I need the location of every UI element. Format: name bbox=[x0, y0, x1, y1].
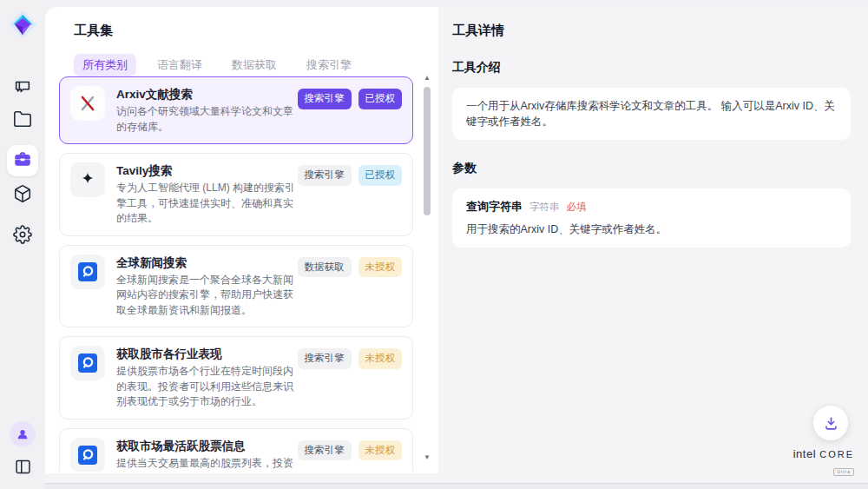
person-icon bbox=[16, 427, 30, 441]
category-badge: 搜索引擎 bbox=[298, 348, 352, 369]
tab-search-engine[interactable]: 搜索引擎 bbox=[298, 54, 360, 76]
parameter-card: 查询字符串 字符串 必填 用于搜索的Arxiv ID、关键字或作者姓名。 bbox=[452, 188, 851, 248]
juhe-data-icon bbox=[70, 438, 105, 472]
tool-card-global-news[interactable]: 全球新闻搜索 全球新闻搜索是一个聚合全球各大新闻网站内容的搜索引擎，帮助用户快速… bbox=[59, 245, 413, 328]
brand-ultra-badge: Ultra bbox=[833, 468, 854, 476]
tool-card-active-stocks[interactable]: 获取市场最活跃股票信息 提供当天交易量最高的股票列表，投资者可以利用这些信息来识… bbox=[59, 428, 413, 472]
brand-core: CORE bbox=[819, 449, 854, 459]
tool-name: 获取市场最活跃股票信息 bbox=[116, 438, 298, 454]
download-icon bbox=[823, 415, 839, 432]
download-button[interactable] bbox=[813, 406, 848, 440]
param-type: 字符串 bbox=[529, 201, 560, 214]
tool-card-tavily[interactable]: Tavily搜索 专为人工智能代理 (LLM) 构建的搜索引擎工具，可快速提供实… bbox=[59, 153, 413, 236]
category-badge: 搜索引擎 bbox=[298, 165, 352, 186]
sidebar-item-plugins[interactable] bbox=[7, 180, 38, 211]
params-heading: 参数 bbox=[452, 161, 851, 176]
panel-toggle-button[interactable] bbox=[7, 453, 38, 484]
list-scrollbar[interactable]: ▲ ▼ bbox=[422, 73, 432, 463]
page-title: 工具集 bbox=[74, 23, 113, 39]
scroll-down-arrow[interactable]: ▼ bbox=[422, 453, 432, 463]
intel-core-logo: intel CORE Ultra bbox=[793, 446, 854, 477]
cube-icon bbox=[13, 184, 32, 207]
tool-card-arxiv[interactable]: Arxiv文献搜索 访问各个研究领域大量科学论文和文章的存储库。 搜索引擎 已授… bbox=[59, 76, 413, 144]
scroll-up-arrow[interactable]: ▲ bbox=[422, 73, 432, 83]
sidebar-item-tools[interactable] bbox=[7, 145, 38, 176]
panel-toggle-icon bbox=[14, 458, 32, 479]
tool-card-stock-sectors[interactable]: 获取股市各行业表现 提供股票市场各个行业在特定时间段内的表现。投资者可以利用这些… bbox=[59, 336, 413, 420]
tool-list: Arxiv文献搜索 访问各个研究领域大量科学论文和文章的存储库。 搜索引擎 已授… bbox=[59, 76, 413, 472]
tool-description: 提供股票市场各个行业在特定时间段内的表现。投资者可以利用这些信息来识别表现优于或… bbox=[116, 364, 298, 410]
intro-text: 一个用于从Arxiv存储库搜索科学论文和文章的工具。 输入可以是Arxiv ID… bbox=[466, 98, 837, 129]
tool-description: 访问各个研究领域大量科学论文和文章的存储库。 bbox=[116, 104, 298, 135]
auth-status-badge: 已授权 bbox=[358, 165, 403, 186]
category-badge: 搜索引擎 bbox=[298, 89, 352, 109]
sparkle-star-icon bbox=[70, 162, 105, 197]
tab-all-categories[interactable]: 所有类别 bbox=[74, 54, 136, 76]
tab-data-fetch[interactable]: 数据获取 bbox=[223, 54, 286, 76]
tool-description: 全球新闻搜索是一个聚合全球各大新闻网站内容的搜索引擎，帮助用户快速获取全球最新资… bbox=[116, 273, 298, 319]
brand-diamond-logo[interactable] bbox=[8, 10, 37, 39]
tool-name: Arxiv文献搜索 bbox=[116, 86, 298, 102]
auth-status-badge: 未授权 bbox=[358, 348, 403, 369]
auth-status-badge: 未授权 bbox=[358, 257, 403, 278]
sidebar-item-files[interactable] bbox=[7, 105, 38, 136]
tool-description: 专为人工智能代理 (LLM) 构建的搜索引擎工具，可快速提供实时、准确和真实的结… bbox=[116, 181, 298, 227]
window-bottom-edge bbox=[0, 483, 868, 489]
tab-translation[interactable]: 语言翻译 bbox=[148, 54, 211, 76]
arxiv-x-icon bbox=[70, 86, 105, 121]
juhe-data-icon bbox=[70, 346, 105, 380]
user-avatar[interactable] bbox=[10, 421, 36, 447]
brand-intel: intel bbox=[793, 447, 816, 460]
tool-name: 全球新闻搜索 bbox=[116, 254, 298, 271]
intro-heading: 工具介绍 bbox=[452, 60, 851, 76]
sidebar-item-chat[interactable] bbox=[7, 73, 38, 104]
tool-name: Tavily搜索 bbox=[116, 162, 298, 179]
category-badge: 数据获取 bbox=[298, 257, 352, 278]
scrollbar-thumb[interactable] bbox=[424, 87, 431, 215]
param-name: 查询字符串 bbox=[466, 199, 523, 215]
tool-details-panel: 工具详情 工具介绍 一个用于从Arxiv存储库搜索科学论文和文章的工具。 输入可… bbox=[438, 7, 868, 483]
settings-gear-icon bbox=[13, 225, 32, 248]
left-rail bbox=[0, 0, 45, 489]
chat-icon bbox=[13, 77, 32, 100]
tool-description: 提供当天交易量最高的股票列表，投资者可以利用这些信息来识别流动性强的股票和潜在的… bbox=[116, 456, 298, 472]
tools-panel: 工具集 所有类别 语言翻译 数据获取 搜索引擎 Arxiv文献搜索 访问各个研究… bbox=[45, 7, 438, 473]
category-tabs: 所有类别 语言翻译 数据获取 搜索引擎 bbox=[74, 54, 360, 76]
param-description: 用于搜索的Arxiv ID、关键字或作者姓名。 bbox=[466, 222, 837, 237]
param-required-flag: 必填 bbox=[567, 201, 587, 214]
details-title: 工具详情 bbox=[452, 23, 851, 39]
auth-status-badge: 已授权 bbox=[358, 89, 403, 109]
toolbox-icon bbox=[13, 149, 32, 172]
sidebar-item-settings[interactable] bbox=[7, 221, 38, 252]
folder-icon bbox=[13, 109, 32, 132]
tool-name: 获取股市各行业表现 bbox=[116, 346, 298, 362]
auth-status-badge: 未授权 bbox=[358, 440, 403, 461]
juhe-data-icon bbox=[70, 254, 105, 289]
category-badge: 搜索引擎 bbox=[298, 440, 352, 461]
intro-card: 一个用于从Arxiv存储库搜索科学论文和文章的工具。 输入可以是Arxiv ID… bbox=[452, 88, 851, 140]
